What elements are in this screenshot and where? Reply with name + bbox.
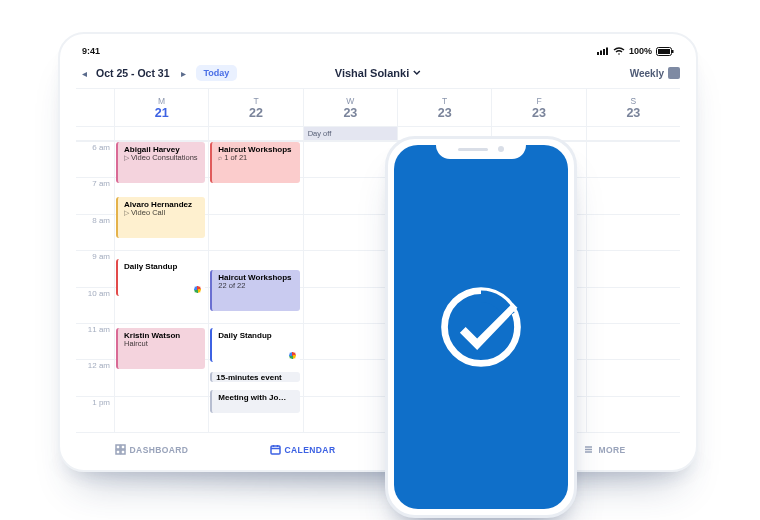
tab-calendar[interactable]: CALENDAR — [227, 433, 378, 466]
weekday-col[interactable]: M 21 — [114, 89, 208, 126]
svg-rect-9 — [121, 445, 125, 449]
svg-rect-12 — [271, 446, 280, 454]
calendar-event[interactable]: Alvaro Hernandez▷Video Call — [116, 197, 205, 238]
view-mode-selector[interactable]: Weekly — [630, 67, 680, 79]
calendar-event[interactable]: Daily Standup — [116, 259, 205, 296]
calendar-event[interactable]: Haircut Workshops22 of 22 — [210, 270, 299, 311]
svg-rect-1 — [600, 51, 602, 56]
signal-icon — [597, 47, 609, 55]
weekday-col[interactable]: T 22 — [208, 89, 302, 126]
all-day-event[interactable]: Day off — [303, 127, 397, 140]
bottom-nav: DASHBOARD CALENDAR ACTIVITY MORE — [76, 432, 680, 466]
status-time: 9:41 — [82, 46, 100, 56]
battery-icon — [656, 47, 674, 56]
grid-icon — [668, 67, 680, 79]
weekday-col[interactable]: W 23 — [303, 89, 397, 126]
svg-rect-0 — [597, 52, 599, 55]
user-name: Vishal Solanki — [335, 67, 409, 79]
status-bar: 9:41 100% — [76, 44, 680, 58]
calendar-event[interactable]: 15-minutes event — [210, 372, 299, 382]
chevron-down-icon — [413, 69, 421, 77]
date-range[interactable]: Oct 25 - Oct 31 — [96, 67, 170, 79]
calendar-topbar: ◂ Oct 25 - Oct 31 ▸ Today Vishal Solanki… — [76, 58, 680, 88]
tablet-device: 9:41 100% ◂ Oct 25 - Oct 31 ▸ Today Vish… — [58, 32, 698, 472]
svg-rect-7 — [672, 50, 674, 53]
weekday-col[interactable]: T 23 — [397, 89, 491, 126]
view-mode-label: Weekly — [630, 68, 664, 79]
svg-rect-6 — [658, 49, 670, 54]
time-grid[interactable]: 6 am7 am8 am9 am10 am11 am12 am1 pmAbiga… — [76, 140, 680, 432]
today-button[interactable]: Today — [196, 65, 238, 81]
svg-rect-11 — [121, 450, 125, 454]
calendar-event[interactable]: Meeting with Jo… — [210, 390, 299, 413]
tab-dashboard[interactable]: DASHBOARD — [76, 433, 227, 466]
user-selector[interactable]: Vishal Solanki — [335, 67, 421, 79]
menu-icon — [583, 444, 594, 455]
time-label: 12 am — [76, 359, 114, 395]
time-label: 11 am — [76, 323, 114, 359]
weekday-col[interactable]: S 23 — [586, 89, 680, 126]
svg-point-4 — [618, 53, 620, 55]
svg-rect-8 — [116, 445, 120, 449]
time-label: 1 pm — [76, 396, 114, 432]
calendar-event[interactable]: Daily Standup — [210, 328, 299, 362]
dashboard-icon — [115, 444, 126, 455]
time-label: 8 am — [76, 214, 114, 250]
svg-rect-3 — [606, 48, 608, 56]
next-week-button[interactable]: ▸ — [176, 65, 192, 81]
time-label: 6 am — [76, 141, 114, 177]
phone-splash-screen — [394, 145, 568, 509]
prev-week-button[interactable]: ◂ — [76, 65, 92, 81]
battery-percent: 100% — [629, 46, 652, 56]
google-badge-icon — [288, 351, 297, 360]
calendar-event[interactable]: Kristin WatsonHaircut — [116, 328, 205, 369]
time-label: 10 am — [76, 287, 114, 323]
svg-rect-2 — [603, 49, 605, 55]
wifi-icon — [613, 47, 625, 56]
app-logo-icon — [433, 279, 529, 375]
phone-device — [385, 136, 577, 518]
weekday-header: M 21 T 22 W 23 T 23 F 23 S 23 — [76, 88, 680, 126]
all-day-row: Day off — [76, 126, 680, 140]
weekday-col[interactable]: F 23 — [491, 89, 585, 126]
calendar-icon — [270, 444, 281, 455]
time-label: 7 am — [76, 177, 114, 213]
google-badge-icon — [193, 285, 202, 294]
calendar-event[interactable]: Haircut Workshops⌕1 of 21 — [210, 142, 299, 183]
time-label: 9 am — [76, 250, 114, 286]
svg-rect-10 — [116, 450, 120, 454]
calendar-event[interactable]: Abigail Harvey▷Video Consultations — [116, 142, 205, 183]
phone-notch — [436, 139, 526, 159]
